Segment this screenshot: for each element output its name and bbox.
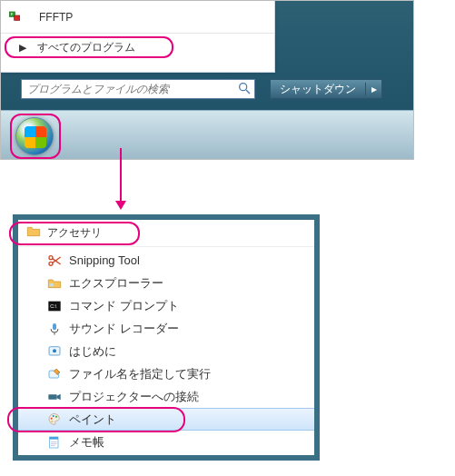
search-icon	[234, 81, 254, 98]
svg-point-15	[51, 417, 53, 419]
cmd-icon: C:\	[45, 299, 64, 313]
accessories-list: Snipping ToolエクスプローラーC:\コマンド プロンプトサウンド レ…	[18, 247, 314, 455]
svg-point-3	[240, 83, 247, 90]
accessories-item[interactable]: メモ帳	[18, 431, 314, 453]
accessories-item-label: コマンド プロンプト	[69, 298, 179, 314]
run-icon	[45, 367, 64, 382]
ffftp-icon: F	[8, 6, 34, 28]
taskbar	[1, 110, 413, 159]
accessories-item[interactable]: エクスプローラー	[18, 272, 314, 294]
accessories-item[interactable]: Snipping Tool	[18, 249, 314, 272]
start-button[interactable]	[15, 117, 54, 155]
start-menu-upper-panel: F FFFTP ▶ すべてのプログラム シャットダウン ▸	[0, 0, 414, 160]
accessories-item-label: サウンド レコーダー	[69, 321, 179, 337]
accessories-label: アクセサリ	[47, 225, 102, 241]
svg-rect-20	[50, 437, 58, 440]
accessories-item[interactable]: はじめに	[18, 340, 314, 362]
accessories-item-label: エクスプローラー	[69, 275, 163, 292]
accessories-item-label: ペイント	[69, 412, 116, 428]
svg-rect-10	[53, 323, 56, 330]
guide-arrow-icon	[120, 148, 122, 201]
start-menu-all-programs[interactable]: ▶ すべてのプログラム	[1, 34, 274, 61]
svg-point-16	[53, 415, 54, 417]
svg-rect-7	[50, 283, 54, 286]
triangle-right-icon: ▶	[19, 42, 26, 54]
accessories-item[interactable]: プロジェクターへの接続	[18, 385, 314, 408]
svg-point-12	[53, 349, 56, 352]
svg-line-4	[246, 90, 250, 94]
start-menu-search-box[interactable]	[21, 79, 255, 99]
accessories-item-label: ファイル名を指定して実行	[69, 366, 211, 382]
start-menu-left-column: F FFFTP ▶ すべてのプログラム	[1, 1, 275, 73]
svg-point-18	[51, 421, 53, 422]
start-menu-item-ffftp[interactable]: F FFFTP	[1, 1, 274, 34]
shutdown-button[interactable]: シャットダウン ▸	[270, 79, 382, 99]
scissors-icon	[45, 253, 64, 268]
accessories-item-label: プロジェクターへの接続	[69, 389, 199, 405]
accessories-item-label: はじめに	[69, 343, 116, 360]
search-input[interactable]	[22, 83, 234, 95]
accessories-item-label: メモ帳	[69, 434, 104, 451]
svg-text:C:\: C:\	[50, 303, 56, 309]
mic-icon	[45, 322, 64, 336]
accessories-item[interactable]: ペイント	[18, 408, 314, 431]
start-menu-bottom-row: シャットダウン ▸	[21, 79, 382, 99]
start-menu-item-label: FFFTP	[39, 11, 73, 24]
accessories-item[interactable]: サウンド レコーダー	[18, 317, 314, 340]
accessories-menu: アクセサリ Snipping ToolエクスプローラーC:\コマンド プロンプト…	[13, 214, 320, 461]
accessories-item[interactable]: ファイル名を指定して実行	[18, 362, 314, 385]
all-programs-label: すべてのプログラム	[37, 40, 135, 55]
paint-icon	[45, 412, 64, 427]
getting-started-icon	[45, 344, 64, 359]
folder-icon	[24, 224, 44, 242]
svg-rect-1	[15, 15, 20, 20]
accessories-folder-row[interactable]: アクセサリ	[18, 220, 314, 247]
shutdown-label: シャットダウン	[271, 82, 365, 97]
svg-point-17	[55, 415, 57, 417]
accessories-item-label: Snipping Tool	[69, 253, 140, 267]
accessories-item[interactable]: C:\コマンド プロンプト	[18, 294, 314, 317]
svg-rect-14	[48, 394, 56, 399]
projector-icon	[45, 390, 64, 404]
shutdown-split-arrow-icon[interactable]: ▸	[365, 83, 381, 95]
explorer-icon	[45, 276, 64, 291]
notepad-icon	[45, 435, 64, 450]
